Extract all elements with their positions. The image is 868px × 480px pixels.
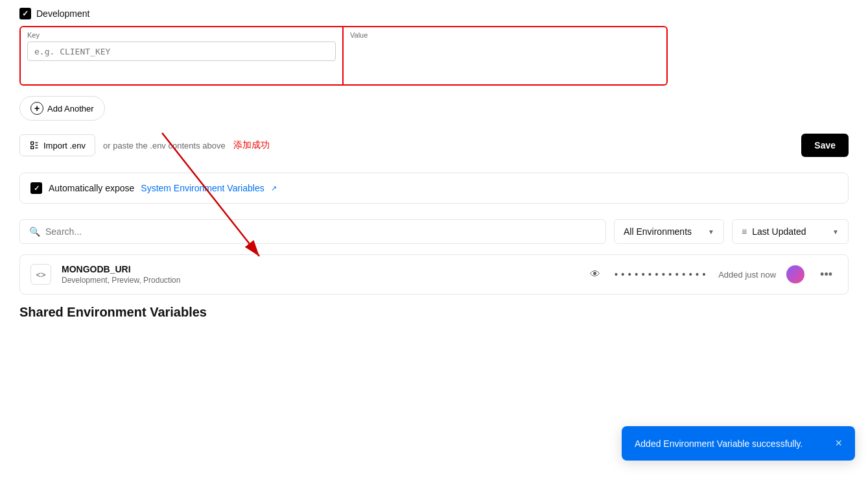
- import-icon: [29, 140, 40, 150]
- more-options-button[interactable]: •••: [815, 265, 838, 284]
- var-name: MONGODB_URI: [62, 264, 577, 274]
- environments-label: All Environments: [624, 226, 692, 237]
- search-input[interactable]: [45, 226, 596, 237]
- svg-rect-2: [31, 142, 34, 145]
- value-field-container: Value: [344, 26, 668, 86]
- key-input-wrapper: [27, 42, 336, 61]
- eye-button[interactable]: 👁: [587, 266, 603, 283]
- sort-dropdown[interactable]: ≡ Last Updated ▼: [732, 219, 849, 244]
- toast-notification: Added Environment Variable successfully.…: [622, 426, 855, 461]
- import-row: Import .env or paste the .env contents a…: [19, 134, 849, 157]
- masked-value: ••••••••••••••: [613, 269, 708, 280]
- shared-env-heading: Shared Environment Variables: [19, 305, 849, 320]
- add-another-label: Add Another: [47, 104, 94, 114]
- added-time: Added just now: [718, 270, 776, 280]
- add-another-button[interactable]: + Add Another: [19, 96, 105, 121]
- chevron-down-icon: ▼: [708, 228, 714, 235]
- env-var-row: <> MONGODB_URI Development, Preview, Pro…: [19, 254, 849, 294]
- paste-hint: or paste the .env contents above: [103, 141, 226, 150]
- user-avatar: [786, 265, 804, 283]
- auto-expose-section: Automatically expose System Environment …: [19, 173, 849, 204]
- search-icon: 🔍: [29, 226, 40, 237]
- var-envs: Development, Preview, Production: [62, 276, 577, 285]
- sort-chevron-icon: ▼: [832, 228, 839, 235]
- success-cn-label: 添加成功: [233, 139, 270, 151]
- key-input[interactable]: [34, 47, 329, 56]
- var-info: MONGODB_URI Development, Preview, Produc…: [62, 264, 577, 285]
- code-icon: <>: [30, 264, 51, 285]
- svg-rect-3: [31, 146, 34, 149]
- system-env-link[interactable]: System Environment Variables: [141, 183, 264, 193]
- auto-expose-checkbox[interactable]: [30, 182, 42, 194]
- save-button[interactable]: Save: [801, 134, 849, 157]
- sort-lines-icon: ≡: [742, 226, 747, 237]
- import-label: Import .env: [43, 141, 86, 150]
- page-container: Development Key Value ✏ + Add Another: [0, 0, 868, 480]
- import-button[interactable]: Import .env: [19, 134, 95, 156]
- environments-dropdown[interactable]: All Environments ▼: [614, 219, 724, 244]
- development-label: Development: [36, 8, 90, 19]
- key-field-container: Key: [19, 26, 344, 86]
- sort-label: Last Updated: [752, 226, 806, 237]
- top-bar: Development: [19, 0, 849, 26]
- toast-close-button[interactable]: ×: [835, 437, 842, 450]
- search-box: 🔍: [19, 219, 606, 244]
- key-field-label: Key: [27, 31, 336, 39]
- plus-circle-icon: +: [30, 102, 43, 115]
- external-link-icon: ↗: [271, 184, 277, 193]
- development-checkbox[interactable]: [19, 8, 31, 19]
- toast-message: Added Environment Variable successfully.: [635, 438, 803, 449]
- filter-row: 🔍 All Environments ▼ ≡ Last Updated ▼: [19, 219, 849, 244]
- value-field-label: Value: [350, 31, 660, 39]
- value-input[interactable]: [350, 42, 660, 80]
- auto-expose-text: Automatically expose: [49, 183, 134, 193]
- kv-row: Key Value ✏: [19, 26, 849, 86]
